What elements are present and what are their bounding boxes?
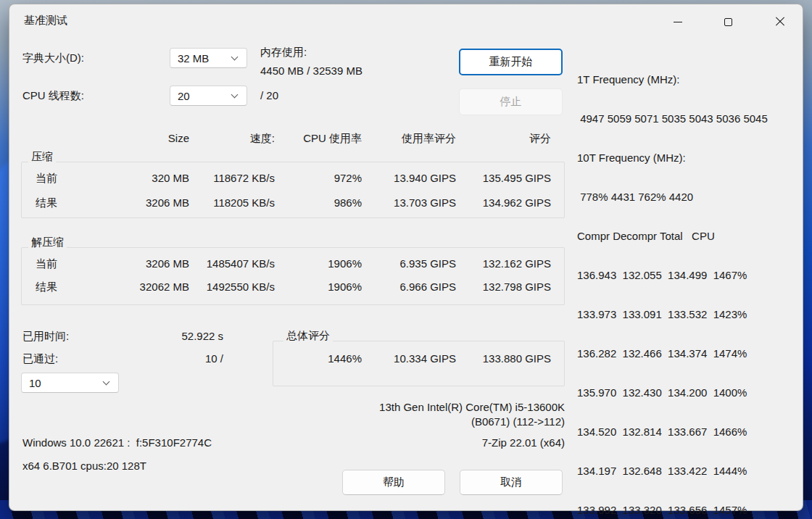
chevron-down-icon [103, 378, 110, 386]
passes-count-value: 10 [29, 377, 41, 389]
dictionary-size-value: 32 MB [178, 52, 209, 65]
total-usage-rating: 10.334 GIPS [347, 352, 456, 366]
benchmark-dialog: 基准测试 字典大小(D): 32 MB 内存使用: 4450 MB / 3253… [9, 4, 803, 511]
passes-value: 10 / [115, 352, 223, 366]
row-label: 结果 [36, 280, 57, 294]
total-cpu-usage: 1446% [253, 352, 362, 366]
restart-button[interactable]: 重新开始 [459, 49, 563, 75]
cell-usage-rating: 13.940 GIPS [347, 171, 456, 186]
minimize-icon [674, 22, 682, 22]
cell-rating: 135.495 GIPS [442, 171, 551, 186]
decompression-group-label: 解压缩 [28, 235, 67, 249]
dictionary-size-label: 字典大小(D): [22, 51, 84, 65]
cell-cpu-usage: 986% [253, 196, 362, 210]
row-label: 当前 [36, 257, 57, 271]
windows-version-line: Windows 10.0 22621 : f:5F310F2774C [22, 436, 212, 450]
arch-info-line: x64 6.B701 cpus:20 128T [22, 459, 146, 473]
cell-cpu-usage: 1906% [253, 280, 362, 294]
maximize-icon [724, 18, 732, 26]
close-icon [775, 17, 785, 27]
pass-row: 134.197 132.648 133.422 1444% [577, 464, 802, 478]
cell-cpu-usage: 1906% [253, 257, 362, 271]
pass-row: 133.992 133.320 133.656 1457% [577, 503, 802, 518]
passes-count-select[interactable]: 10 [21, 373, 119, 393]
pass-row: 136.943 132.055 134.499 1467% [577, 268, 802, 283]
stop-button[interactable]: 停止 [459, 88, 563, 115]
sevenzip-version-line: 7-Zip 22.01 (x64) [347, 436, 565, 450]
desktop-wallpaper: 基准测试 字典大小(D): 32 MB 内存使用: 4450 MB / 3253… [0, 0, 812, 519]
pass-row: 136.282 132.466 134.374 1474% [577, 346, 802, 361]
minimize-button[interactable] [661, 12, 695, 32]
row-label: 当前 [36, 171, 57, 186]
column-header-usage-rating: 使用率评分 [347, 131, 456, 146]
cpu-threads-max: / 20 [260, 88, 278, 103]
compression-group-label: 压缩 [28, 149, 56, 164]
cancel-button[interactable]: 取消 [460, 470, 563, 495]
chevron-down-icon [231, 91, 239, 99]
pass-row: 135.970 132.430 134.200 1400% [577, 386, 802, 400]
maximize-button[interactable] [711, 12, 745, 32]
cell-usage-rating: 13.703 GIPS [347, 196, 456, 210]
cell-usage-rating: 6.966 GIPS [347, 280, 456, 294]
dictionary-size-select[interactable]: 32 MB [170, 48, 247, 68]
cpu-threads-select[interactable]: 20 [170, 86, 247, 106]
total-rating-value: 133.880 GIPS [442, 352, 551, 366]
cpu-threads-label: CPU 线程数: [22, 88, 84, 103]
row-label: 结果 [36, 196, 57, 210]
elapsed-time-value: 52.922 s [115, 329, 223, 344]
cell-rating: 132.798 GIPS [442, 280, 551, 294]
chevron-down-icon [231, 54, 239, 61]
help-button[interactable]: 帮助 [342, 470, 445, 495]
cpu-model-line1: 13th Gen Intel(R) Core(TM) i5-13600K [347, 400, 565, 415]
decompression-groupbox [21, 247, 565, 305]
elapsed-time-label: 已用时间: [22, 329, 69, 344]
column-header-rating: 评分 [442, 131, 551, 146]
cell-rating: 134.962 GIPS [442, 196, 551, 210]
cpu-threads-value: 20 [178, 90, 190, 102]
freq-10t-title: 10T Frequency (MHz): [577, 151, 802, 165]
window-title: 基准测试 [24, 13, 67, 28]
memory-usage-label: 内存使用: [260, 45, 307, 59]
freq-1t-title: 1T Frequency (MHz): [577, 72, 802, 87]
cell-cpu-usage: 972% [253, 171, 362, 186]
cpu-model-line2: (B0671) (112->112) [347, 415, 565, 429]
close-button[interactable] [763, 12, 797, 32]
total-rating-group-label: 总体评分 [283, 328, 333, 343]
column-header-cpu-usage: CPU 使用率 [253, 131, 362, 146]
frequency-panel: 1T Frequency (MHz): 4947 5059 5071 5035 … [577, 48, 802, 519]
freq-10t-values: 778% 4431 762% 4420 [577, 190, 802, 204]
cell-rating: 132.162 GIPS [442, 257, 551, 271]
memory-usage-value: 4450 MB / 32539 MB [260, 64, 362, 78]
pass-row: 134.520 132.814 133.667 1466% [577, 425, 802, 439]
pass-table-header: Compr Decompr Total CPU [577, 229, 802, 244]
freq-1t-values: 4947 5059 5071 5035 5043 5036 5045 [577, 112, 802, 126]
pass-row: 133.973 133.091 133.532 1423% [577, 307, 802, 322]
cell-usage-rating: 6.935 GIPS [347, 257, 456, 271]
passes-label: 已通过: [22, 352, 58, 366]
